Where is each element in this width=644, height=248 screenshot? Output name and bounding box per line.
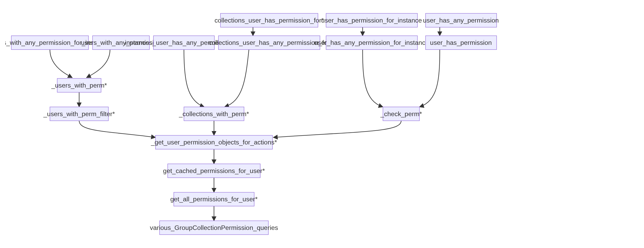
node-get-all-permissions-for-user: get_all_permissions_for_user*: [170, 192, 258, 206]
node-get-user-permission-objects-for-actions: _get_user_permission_objects_for_actions…: [151, 135, 277, 149]
node-get-cached-permissions-for-user: get_cached_permissions_for_user*: [163, 164, 265, 178]
node-collections-user-has-permission-for: collections_user_has_permission_for*: [214, 13, 324, 27]
node-user-has-permission-for-instance: user_has_permission_for_instance: [321, 13, 422, 27]
node-label: get_cached_permissions_for_user*: [163, 167, 265, 174]
node-label: user_has_permission_for_instance: [321, 17, 422, 24]
flowchart-diagram: collections_user_has_permission_for* use…: [5, 5, 639, 248]
node-collections-with-perm: _collections_with_perm*: [179, 107, 249, 121]
node-label: _get_user_permission_objects_for_actions…: [151, 139, 277, 146]
node-label: _users_with_perm_filter*: [43, 110, 115, 117]
node-label: _users_with_perm*: [51, 82, 107, 89]
node-label: user_has_any_permission: [423, 17, 499, 24]
node-label: user_has_permission: [430, 39, 492, 46]
node-label: user_has_any_permission_for_instance: [314, 39, 429, 46]
node-label: various_GroupCollectionPermission_querie…: [150, 224, 278, 231]
node-user-has-any-permission-for-instance: user_has_any_permission_for_instance: [314, 36, 429, 50]
node-users-with-perm-filter: _users_with_perm_filter*: [43, 107, 115, 121]
node-label: collections_user_has_permission_for*: [214, 17, 324, 24]
node-label: _collections_with_perm*: [179, 110, 249, 117]
node-user-has-permission: user_has_permission: [426, 36, 497, 50]
node-label: _check_perm*: [380, 110, 422, 117]
node-label: get_all_permissions_for_user*: [170, 196, 258, 203]
node-label: collections_user_has_any_permission_for: [209, 39, 330, 46]
node-user-has-any-permission: user_has_any_permission: [423, 13, 499, 27]
node-various-group-collection-permission-queries: various_GroupCollectionPermission_querie…: [150, 221, 278, 235]
node-users-with-perm: _users_with_perm*: [51, 78, 107, 92]
node-check-perm: _check_perm*: [380, 107, 422, 121]
node-collections-user-has-any-permission-for: collections_user_has_any_permission_for: [209, 36, 330, 50]
